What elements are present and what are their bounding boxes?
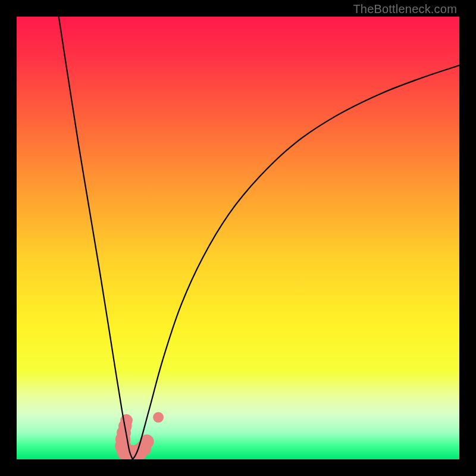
plot-frame [17,17,459,459]
bottleneck-chart [17,17,459,459]
svg-point-11 [153,412,164,422]
watermark-text: TheBottleneck.com [353,2,457,16]
gradient-rect [17,17,459,459]
